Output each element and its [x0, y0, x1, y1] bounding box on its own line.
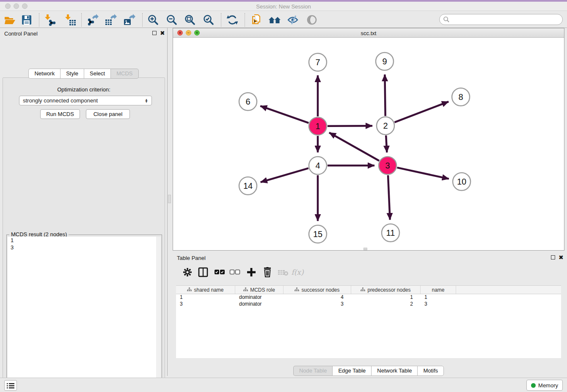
column-header-label: predecessor nodes	[367, 287, 410, 293]
export-network-icon[interactable]	[86, 14, 99, 26]
search-input[interactable]	[439, 14, 563, 25]
tab-style[interactable]: Style	[60, 69, 84, 79]
import-network-icon[interactable]	[44, 14, 56, 26]
zoom-in-icon[interactable]	[147, 14, 160, 26]
table-tab-network-table[interactable]: Network Table	[371, 366, 417, 376]
table-cell[interactable]: 3	[421, 301, 456, 308]
network-canvas[interactable]: 7968124314101511	[173, 38, 564, 250]
table-cell[interactable]: 1	[176, 294, 235, 301]
table-tab-edge-table[interactable]: Edge Table	[332, 366, 371, 376]
first-neighbors-icon[interactable]	[268, 14, 281, 26]
table-cell[interactable]: 2	[351, 301, 421, 308]
delete-table-icon[interactable]	[277, 266, 289, 279]
task-history-button[interactable]	[4, 380, 17, 391]
column-header-label: name	[432, 287, 444, 293]
settings-gear-icon[interactable]	[181, 266, 194, 279]
column-header-successor-nodes[interactable]: successor nodes	[284, 286, 351, 294]
sitemap-icon	[187, 287, 192, 293]
graph-edge-2-9[interactable]	[385, 75, 385, 116]
table-cell[interactable]: 1	[351, 294, 421, 301]
memory-button[interactable]: Memory	[526, 380, 563, 391]
app-title: Session: New Session	[0, 3, 567, 10]
column-header-name[interactable]: name	[421, 286, 456, 294]
mcds-result-list[interactable]: 13	[8, 237, 161, 392]
table-toolbar: f(x)	[176, 264, 561, 280]
tab-network[interactable]: Network	[28, 69, 60, 79]
column-header-mcds-role[interactable]: MCDS role	[235, 286, 284, 294]
memory-label: Memory	[538, 382, 558, 389]
table-cell[interactable]: dominator	[235, 294, 284, 301]
zoom-selected-icon[interactable]	[202, 14, 215, 26]
table-tab-node-table[interactable]: Node Table	[293, 366, 333, 376]
tab-select[interactable]: Select	[84, 69, 110, 79]
show-all-icon[interactable]	[306, 14, 318, 26]
table-panel-title: Table Panel	[177, 255, 206, 261]
table-cell[interactable]: 3	[176, 301, 235, 308]
optimization-criterion-label: Optimization criterion:	[3, 86, 165, 93]
table-cell[interactable]: dominator	[235, 301, 284, 308]
export-table-icon[interactable]	[105, 14, 117, 26]
save-session-icon[interactable]	[20, 14, 33, 26]
panel-splitter-handle[interactable]	[168, 195, 171, 203]
column-header-shared-name[interactable]: shared name	[176, 286, 235, 294]
tab-mcds[interactable]: MCDS	[110, 69, 138, 79]
graph-node-label: 1	[315, 121, 320, 131]
table-cell[interactable]: 4	[284, 294, 351, 301]
export-image-icon[interactable]	[123, 14, 136, 26]
column-header-label: shared name	[194, 287, 223, 293]
hide-selected-icon[interactable]	[286, 14, 299, 26]
table-row[interactable]: 3dominator323	[176, 301, 561, 308]
control-panel-tabs: NetworkStyleSelectMCDS	[0, 69, 167, 79]
app-titlebar: Session: New Session	[0, 2, 567, 11]
select-all-rows-icon[interactable]	[213, 266, 226, 279]
graph-edge-3-1[interactable]	[329, 133, 379, 160]
graph-edge-3-10[interactable]	[397, 168, 449, 179]
function-builder-icon[interactable]: f(x)	[291, 266, 304, 279]
search-icon	[443, 16, 450, 23]
graph-edge-2-3[interactable]	[386, 135, 387, 152]
close-panel-icon[interactable]: ✖	[160, 30, 165, 36]
status-bar: Memory	[0, 378, 567, 392]
column-selector-icon[interactable]	[197, 266, 209, 279]
column-header-predecessor-nodes[interactable]: predecessor nodes	[351, 286, 421, 294]
refresh-icon[interactable]	[226, 14, 239, 26]
table-tab-motifs[interactable]: Motifs	[417, 366, 444, 376]
graph-node-label: 14	[243, 181, 253, 190]
mcds-result-item: 1	[8, 237, 161, 244]
graph-edge-2-8[interactable]	[394, 102, 449, 122]
float-panel-icon[interactable]	[152, 31, 157, 35]
network-graph[interactable]: 7968124314101511	[173, 38, 564, 250]
table-cell[interactable]: 3	[284, 301, 351, 308]
chevron-updown-icon: ▲▼	[145, 99, 148, 103]
close-panel-button[interactable]: Close panel	[86, 109, 130, 119]
graph-edge-4-14[interactable]	[261, 168, 308, 182]
table-cell[interactable]: 1	[421, 294, 456, 301]
control-panel: Control Panel ✖ NetworkStyleSelectMCDS O…	[0, 28, 168, 376]
graph-node-label: 11	[386, 228, 395, 237]
duplicate-network-icon[interactable]	[250, 14, 262, 26]
canvas-splitter-handle[interactable]	[363, 248, 367, 250]
zoom-out-icon[interactable]	[165, 14, 178, 26]
open-session-icon[interactable]	[3, 14, 16, 26]
result-scrollbar[interactable]	[156, 237, 161, 392]
table-row[interactable]: 1dominator411	[176, 294, 561, 301]
graph-edge-3-11[interactable]	[388, 175, 390, 220]
zoom-fit-icon[interactable]	[184, 14, 196, 26]
float-table-panel-icon[interactable]	[551, 255, 555, 259]
deselect-all-rows-icon[interactable]	[228, 266, 241, 279]
import-table-icon[interactable]	[64, 14, 77, 26]
graph-edge-1-6[interactable]	[260, 106, 308, 123]
close-table-panel-icon[interactable]: ✖	[559, 254, 564, 261]
add-column-icon[interactable]	[245, 266, 258, 279]
run-mcds-button[interactable]: Run MCDS	[40, 109, 80, 119]
column-header-label: MCDS role	[250, 287, 275, 293]
delete-column-icon[interactable]	[261, 266, 274, 279]
network-window-titlebar[interactable]: × − + scc.txt	[173, 28, 564, 38]
graph-node-label: 8	[458, 92, 463, 102]
optimization-criterion-select[interactable]: strongly connected component ▲▼	[19, 96, 152, 105]
mcds-result-group: MCDS result (2 nodes) 13	[6, 235, 162, 392]
graph-edge-1-2[interactable]	[328, 126, 372, 126]
node-table[interactable]: shared nameMCDS rolesuccessor nodesprede…	[176, 285, 561, 358]
list-icon	[7, 383, 14, 389]
sitemap-icon	[295, 287, 299, 293]
